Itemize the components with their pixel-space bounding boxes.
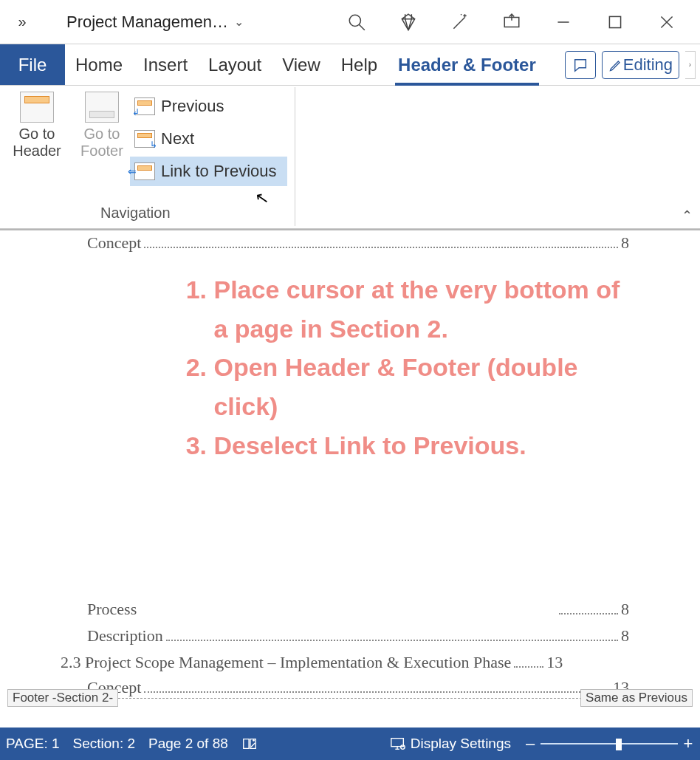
header-icon	[20, 92, 54, 123]
toc-label: Description	[87, 626, 163, 646]
svg-line-5	[461, 14, 461, 15]
ribbon-tabs: File Home Insert Layout View Help Header…	[0, 44, 700, 86]
ribbon-group-label: Navigation	[100, 205, 171, 222]
tab-home[interactable]: Home	[65, 44, 133, 85]
status-page-of[interactable]: Page 2 of 88	[148, 736, 228, 752]
goto-footer-button: Go to Footer	[71, 87, 133, 160]
svg-point-0	[349, 15, 360, 26]
display-mode-icon	[502, 13, 521, 32]
editing-mode-label: Editing	[623, 55, 673, 75]
collapse-ribbon-button[interactable]: ⌃	[682, 208, 693, 224]
maximize-icon	[605, 13, 625, 32]
link-to-previous-label: Link to Previous	[161, 162, 277, 181]
chevron-down-icon: ⌄	[234, 15, 244, 29]
tab-layout[interactable]: Layout	[198, 44, 272, 85]
svg-point-17	[400, 745, 405, 750]
title-bar: » Project Managemen… ⌄	[0, 0, 700, 44]
book-icon	[241, 736, 258, 752]
annotation-item-3: Deselect Link to Previous.	[213, 426, 627, 465]
editing-mode-button[interactable]: Editing	[602, 51, 679, 79]
display-settings-label: Display Settings	[411, 736, 511, 752]
ribbon-group-navigation: Go to Header Go to Footer ↲ Previous ↳ N…	[4, 87, 295, 226]
toc-label: Concept	[87, 233, 141, 253]
toc-line: Description 8	[87, 626, 629, 646]
document-title: Project Managemen…	[66, 13, 228, 32]
goto-header-label-line2: Header	[6, 143, 68, 160]
ribbon-overflow-button[interactable]: ›	[685, 51, 696, 79]
document-title-dropdown[interactable]: Project Managemen… ⌄	[66, 13, 244, 32]
zoom-out-button[interactable]: –	[524, 734, 536, 753]
toc-leader	[166, 640, 618, 641]
minimize-button[interactable]	[538, 0, 589, 44]
toc-line: 2.3 Project Scope Management – Implement…	[61, 653, 629, 672]
svg-point-12	[253, 739, 255, 742]
comment-icon	[572, 57, 589, 73]
document-area[interactable]: Concept 8 1. Place cursor at the very bo…	[0, 229, 700, 728]
tab-help[interactable]: Help	[331, 44, 388, 85]
svg-line-2	[453, 17, 464, 28]
svg-line-13	[251, 743, 255, 747]
svg-line-1	[359, 24, 365, 30]
toc-line: Concept 8	[87, 233, 629, 253]
footer-icon	[85, 92, 119, 123]
zoom-in-button[interactable]: +	[682, 734, 694, 753]
toc-label: Process	[87, 600, 137, 619]
status-bar: PAGE: 1 Section: 2 Page 2 of 88 Display …	[0, 728, 700, 760]
next-label: Next	[161, 129, 194, 148]
goto-header-button[interactable]: Go to Header	[6, 87, 68, 160]
zoom-track[interactable]	[541, 743, 678, 744]
zoom-thumb[interactable]	[616, 739, 622, 750]
toc-page: 13	[546, 653, 563, 672]
previous-icon: ↲	[134, 97, 155, 115]
toc-leader	[144, 691, 610, 693]
previous-button[interactable]: ↲ Previous	[130, 92, 229, 121]
link-to-previous-icon	[134, 162, 155, 180]
svg-rect-9	[609, 16, 620, 27]
tab-insert[interactable]: Insert	[133, 44, 198, 85]
pencil-icon	[608, 58, 623, 72]
toc-page: 8	[621, 233, 629, 253]
tab-header-footer[interactable]: Header & Footer	[388, 44, 546, 85]
next-button[interactable]: ↳ Next	[130, 124, 199, 154]
search-icon	[347, 13, 366, 32]
status-accessibility-button[interactable]	[241, 736, 258, 752]
toc-leader	[559, 613, 618, 614]
annotation-item-2: Open Header & Footer (double click)	[213, 348, 627, 425]
search-button[interactable]	[331, 0, 382, 44]
display-settings-button[interactable]: Display Settings	[390, 736, 511, 752]
display-mode-button[interactable]	[486, 0, 538, 44]
premium-button[interactable]	[382, 0, 434, 44]
toc-leader	[144, 247, 618, 248]
toc-page: 8	[621, 600, 629, 619]
tab-view[interactable]: View	[272, 44, 331, 85]
annotation-item-1: Place cursor at the very bottom of a pag…	[213, 270, 627, 348]
tab-file[interactable]: File	[0, 44, 65, 85]
minimize-icon	[554, 13, 573, 32]
maximize-button[interactable]	[589, 0, 641, 44]
diamond-icon	[399, 13, 418, 32]
previous-label: Previous	[161, 97, 224, 116]
magic-button[interactable]	[434, 0, 486, 44]
next-icon: ↳	[134, 130, 155, 148]
zoom-slider[interactable]: – +	[524, 734, 694, 753]
link-to-previous-button[interactable]: Link to Previous	[130, 157, 287, 186]
goto-footer-label-line2: Footer	[71, 143, 133, 160]
document-page: Concept 8 1. Place cursor at the very bo…	[7, 230, 693, 728]
wand-icon	[450, 13, 470, 32]
close-icon	[657, 13, 676, 32]
goto-footer-label-line1: Go to	[71, 126, 133, 143]
comments-button[interactable]	[565, 51, 596, 79]
status-page[interactable]: PAGE: 1	[6, 736, 60, 752]
quick-access-overflow-button[interactable]: »	[7, 7, 37, 37]
toc-leader	[514, 666, 543, 668]
annotation-overlay: 1. Place cursor at the very bottom of a …	[170, 270, 642, 465]
footer-section-tag: Footer -Section 2-	[7, 689, 118, 707]
toc-label: 2.3 Project Scope Management – Implement…	[61, 653, 511, 672]
close-button[interactable]	[641, 0, 693, 44]
status-section[interactable]: Section: 2	[73, 736, 136, 752]
ribbon-body: Go to Header Go to Footer ↲ Previous ↳ N…	[0, 86, 700, 229]
toc-page: 8	[621, 626, 629, 646]
goto-header-label-line1: Go to	[6, 126, 68, 143]
toc-line: Concept 13	[87, 678, 629, 697]
toc-line: Process 8	[87, 600, 629, 619]
